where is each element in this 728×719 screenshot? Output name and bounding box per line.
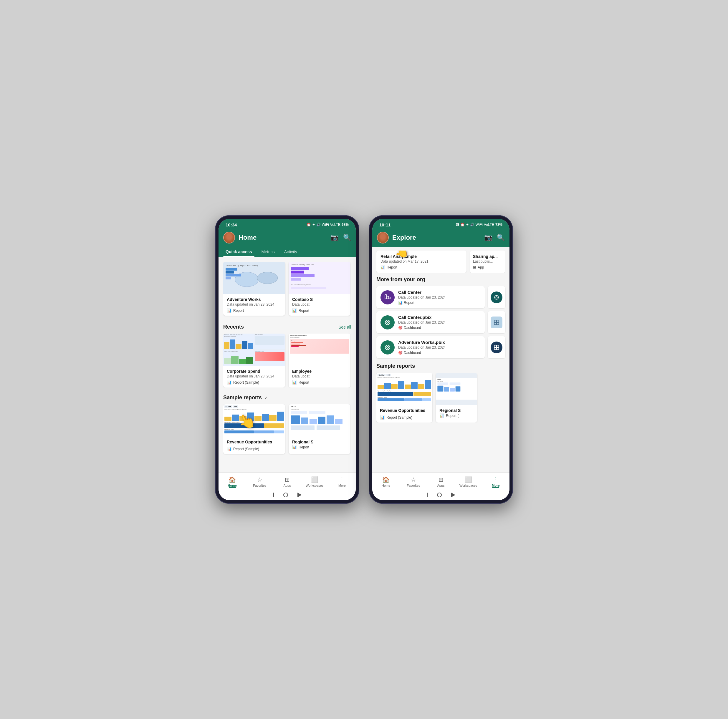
avatar-image — [224, 232, 234, 243]
explore-item-adventure-works-pbix[interactable]: Adventure Works.pbix Data updated on Jan… — [376, 336, 485, 358]
nav-more-explore[interactable]: ⋮ More — [482, 475, 509, 488]
nav-workspaces-explore[interactable]: ⬜ Workspaces — [455, 475, 482, 488]
nav-more[interactable]: ⋮ More — [328, 475, 356, 488]
call-center-pbix-subtitle: Data updated on Jan 23, 2024 — [398, 321, 480, 324]
nav-favorites-label-explore: Favorites — [407, 484, 420, 487]
camera-icon-explore[interactable]: 📷 — [484, 234, 492, 241]
svg-rect-42 — [494, 345, 497, 347]
signal-icon-2: VoLTE — [484, 223, 494, 227]
card-type-revenue: 📊 Report (Sample) — [227, 447, 281, 451]
nav-home[interactable]: 🏠 Home — [219, 475, 246, 488]
explore-item-partial-2[interactable] — [488, 311, 505, 333]
adventure-works-pbix-subtitle: Data updated on Jan 23, 2024 — [398, 345, 480, 350]
call-center-text: Call Center Data updated on Jan 23, 2024… — [398, 290, 480, 305]
tabs-home: Quick access Metrics Activity — [219, 247, 356, 257]
card-body-revenue: Revenue Opportunities 📊 Report (Sample) — [223, 437, 285, 454]
home-btn[interactable] — [283, 493, 288, 497]
card-adventure-works[interactable]: Total Sales by Region and Country Advent… — [223, 262, 285, 316]
nav-home-label-explore: Home — [382, 484, 390, 487]
card-subtitle-employee: Data updat — [292, 374, 347, 379]
svg-rect-50 — [450, 382, 460, 385]
sample-reports-header: Sample reports ∨ — [223, 395, 351, 401]
card-preview-contoso: Revenue Open by Sales Rep Ask a question… — [289, 262, 350, 294]
svg-point-32 — [494, 295, 498, 299]
status-bar-explore: 10:11 🖼 ⏰ ✦ 🔊 WiFi VoLTE 73% — [372, 219, 509, 229]
back-btn-explore[interactable] — [451, 493, 455, 497]
more-icon-explore: ⋮ — [493, 476, 499, 483]
explore-item-partial-1[interactable] — [488, 286, 505, 308]
svg-rect-28 — [317, 426, 340, 430]
sharing-type: ⊞ App — [473, 265, 502, 269]
card-subtitle-adventure-works: Data updated on Jan 23, 2024 — [227, 302, 281, 307]
call-center-pbix-type: 🎯 Dashboard — [398, 326, 480, 330]
nav-home-explore[interactable]: 🏠 Home — [372, 475, 400, 488]
card-contoso[interactable]: Revenue Open by Sales Rep Ask a question… — [289, 262, 350, 316]
home-btn-explore[interactable] — [437, 493, 442, 497]
svg-rect-52 — [444, 387, 449, 391]
nav-apps-explore[interactable]: ⊞ Apps — [427, 475, 454, 488]
battery-text-explore: 73% — [496, 223, 502, 227]
card-preview-adventure-works: Total Sales by Region and Country — [223, 262, 285, 294]
recent-apps-btn[interactable] — [273, 493, 274, 497]
call-center-type: 📊 Report — [398, 301, 480, 305]
svg-rect-11 — [291, 270, 304, 273]
recent-apps-btn-explore[interactable] — [427, 493, 428, 497]
home-content: Total Sales by Region and Country Advent… — [219, 257, 356, 472]
alarm-icon-2: ⏰ — [460, 223, 465, 227]
bluetooth-icon-2: ✦ — [466, 223, 469, 227]
alarm-icon: ⏰ — [307, 223, 311, 227]
avatar-explore[interactable] — [377, 232, 389, 243]
svg-rect-49 — [437, 382, 448, 385]
see-all-link[interactable]: See all — [338, 325, 351, 330]
card-employee[interactable]: HUMAN RESOURCES SAMPLE Ethnicity Group &… — [289, 334, 350, 388]
card-revenue-opps-explore[interactable]: $1.97bn 444 Revenue and Opportunity Coun… — [376, 373, 432, 423]
camera-icon[interactable]: 📷 — [330, 234, 338, 241]
call-center-subtitle: Data updated on Jan 23, 2024 — [398, 295, 480, 299]
nav-favorites-explore[interactable]: ☆ Favorites — [400, 475, 427, 488]
svg-rect-39 — [497, 322, 499, 324]
explore-item-partial-3[interactable] — [488, 336, 505, 358]
search-icon[interactable]: 🔍 — [343, 234, 351, 241]
nav-favorites[interactable]: ☆ Favorites — [246, 475, 273, 488]
svg-rect-38 — [494, 322, 497, 324]
nav-apps[interactable]: ⊞ Apps — [273, 475, 301, 488]
card-regional-explore[interactable]: SALES Sales Overview — [436, 373, 477, 423]
sample-reports-section: Sample reports ∨ $1.97bn 444 — [219, 390, 356, 458]
nav-workspaces[interactable]: ⬜ Workspaces — [301, 475, 328, 488]
svg-point-33 — [496, 296, 497, 298]
back-btn[interactable] — [297, 493, 301, 497]
svg-rect-53 — [450, 388, 455, 392]
chart-icon-6: 📊 — [292, 445, 297, 449]
card-title-regional: Regional S — [292, 440, 347, 444]
card-type-revenue-explore: 📊 Report (Sample) — [380, 415, 429, 420]
svg-text:Revenue Open by Sales Rep: Revenue Open by Sales Rep — [291, 264, 314, 266]
card-preview-employee: HUMAN RESOURCES SAMPLE Ethnicity Group &… — [289, 334, 350, 366]
svg-rect-21 — [291, 415, 300, 424]
avatar[interactable] — [223, 232, 235, 243]
phone-bottom-explore — [372, 490, 509, 500]
tab-activity[interactable]: Activity — [280, 247, 302, 257]
sample-reports-title: Sample reports — [223, 395, 262, 401]
explore-item-call-center[interactable]: Call Center Data updated on Jan 23, 2024… — [376, 286, 485, 308]
nav-workspaces-label: Workspaces — [306, 484, 323, 487]
chart-icon-reg-exp: 📊 — [439, 414, 444, 418]
call-center-pbix-icon — [381, 315, 395, 330]
card-revenue-opps[interactable]: $1.97bn 444 Revenue and Opportunity Coun… — [223, 404, 285, 454]
wifi-icon: WiFi — [322, 223, 329, 227]
chart-icon-4: 📊 — [292, 380, 297, 385]
explore-item-call-center-pbix[interactable]: Call Center.pbix Data updated on Jan 23,… — [376, 311, 485, 333]
tab-metrics[interactable]: Metrics — [257, 247, 280, 257]
card-corporate-spend[interactable]: IT SPEND ANALYSIS SAMPLE PBIX Year Plan … — [223, 334, 285, 388]
sound-icon: 🔊 — [316, 223, 321, 227]
tab-quick-access[interactable]: Quick access — [221, 247, 257, 257]
card-regional[interactable]: SALES Sales Overview — [289, 404, 350, 454]
svg-point-41 — [387, 347, 388, 348]
search-icon-explore[interactable]: 🔍 — [497, 234, 505, 241]
grid-cell-4: Sales Region / Period — [254, 350, 285, 366]
chart-icon-rev-exp: 📊 — [380, 415, 385, 420]
page-title-explore: Explore — [392, 234, 480, 241]
card-retail-analysis[interactable]: 👆 Retail Analy...mple Data updated on Ma… — [376, 250, 466, 273]
bluetooth-icon: ✦ — [312, 223, 315, 227]
card-sharing-app[interactable]: Sharing ap... Last publis... ⊞ App — [470, 250, 505, 273]
svg-rect-37 — [497, 320, 499, 322]
